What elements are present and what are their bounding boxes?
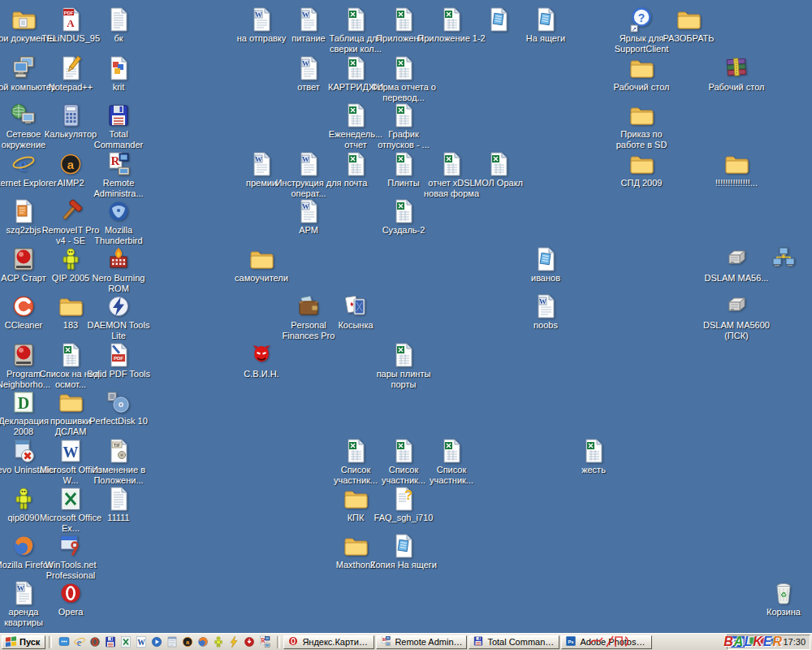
task-button[interactable]: Total Commander 7.04a ...	[469, 635, 559, 649]
language-indicator[interactable]: EN	[731, 636, 745, 648]
svg-text:W: W	[255, 155, 262, 163]
svg-text:W: W	[63, 444, 79, 461]
opera-classic-icon[interactable]	[89, 635, 102, 648]
excel-icon	[343, 55, 369, 81]
desktop-icon[interactable]: !!!!!!!!!!!!!!...	[702, 151, 771, 188]
desktop-icon[interactable]: Wnoobs	[512, 293, 580, 331]
desktop-icon[interactable]: РАЗОБРАТЬ	[654, 6, 723, 44]
cards-icon: ♦	[343, 293, 369, 319]
desktop-icon-label: Рабочий стол	[702, 82, 771, 93]
desktop-icon[interactable]: ♦Косынка	[322, 293, 390, 331]
doc-icon	[106, 486, 132, 512]
desktop-icon[interactable]: RRemote Administra...	[84, 151, 153, 198]
desktop-icon[interactable]: ♻Корзина	[749, 580, 812, 618]
desktop-icon[interactable]: жесть	[559, 438, 628, 475]
internet-explorer-icon[interactable]: e	[73, 635, 86, 648]
desktop-icon[interactable]: С.В.И.Н.	[227, 342, 296, 379]
desktop-icon[interactable]: Список участник...	[417, 438, 486, 485]
folder-icon	[628, 55, 654, 81]
folder-icon	[248, 246, 274, 272]
qip-icon[interactable]	[212, 635, 225, 648]
desktop-icon[interactable]: WinTools.net Professional	[37, 533, 105, 580]
desktop-icon[interactable]: самоучители	[227, 246, 296, 284]
desktop-icon[interactable]: Приказ по работе в SD	[607, 102, 676, 150]
desktop-icon[interactable]: СПД 2009	[607, 151, 676, 188]
svg-text:W: W	[302, 155, 309, 163]
desktop-icon[interactable]: TIFИзменение в Положени...	[84, 438, 153, 485]
start-button[interactable]: Пуск	[2, 635, 45, 649]
opera-icon	[287, 635, 299, 648]
desktop-icon[interactable]: PerfectDisk 10	[84, 389, 153, 427]
desktop-icon[interactable]: krit	[84, 55, 153, 93]
excel-icon	[581, 438, 607, 464]
desktop-icon[interactable]: На ящеги	[512, 6, 580, 44]
desktop-icon[interactable]: Рабочий стол	[607, 55, 676, 93]
firefox-icon[interactable]	[197, 635, 209, 648]
total-commander-icon[interactable]	[104, 635, 117, 648]
desktop-icon[interactable]: DAEMON Tools Lite	[84, 293, 153, 340]
desktop-icon[interactable]: пары плинты порты	[369, 342, 438, 389]
desktop-icon[interactable]: Total Commander	[84, 102, 153, 150]
server-icon	[723, 246, 749, 272]
desktop-icon[interactable]	[749, 246, 812, 273]
svg-text:♻: ♻	[780, 591, 787, 599]
desktop-icon-label: Список участник...	[417, 465, 486, 485]
tray-icons	[748, 635, 780, 649]
windows-logo-icon	[5, 635, 17, 648]
desktop-icon[interactable]: МОЛ Оракл	[464, 151, 533, 188]
desktop-icon-label: Суздаль-2	[369, 225, 438, 236]
server-icon	[723, 293, 749, 319]
download-red-icon[interactable]	[243, 635, 256, 648]
desktop-icon[interactable]: иванов	[512, 246, 580, 284]
radmin-icon[interactable]: R	[258, 635, 271, 648]
task-button-label: Total Commander 7.04a ...	[487, 637, 555, 647]
tray-blue-icon[interactable]	[769, 635, 780, 646]
task-button[interactable]: RRemote Administrator	[376, 635, 467, 649]
desktop-icon[interactable]: Рабочий стол	[702, 55, 771, 93]
task-buttons: Яндекс.Картинки: дж...RRemote Administra…	[283, 635, 652, 649]
desktop-icon-label: Total Commander	[84, 129, 153, 150]
excel-icon	[438, 438, 464, 464]
desktop-icon[interactable]: Суздаль-2	[369, 198, 438, 236]
desktop-icon[interactable]: Копия На ящеги	[369, 533, 438, 570]
desktop-icon[interactable]: 11111	[84, 486, 153, 523]
excel-icon	[391, 342, 417, 368]
svg-text:TIF: TIF	[114, 443, 121, 448]
tray-red-icon[interactable]	[758, 635, 769, 646]
pdf-icon: PDFA	[58, 6, 84, 32]
word-file-icon[interactable]: W	[135, 635, 148, 648]
messenger-icon[interactable]	[58, 635, 71, 648]
desktop-icon[interactable]: WАРМ	[274, 198, 343, 236]
svg-text:D: D	[18, 394, 29, 412]
thunderbird-icon	[106, 198, 132, 224]
desktop-icon-label: FAQ_sgh_i710	[369, 513, 438, 523]
svg-text:e: e	[77, 636, 82, 648]
task-button[interactable]: PsAdobe Photoshop CS3 E...	[561, 635, 652, 649]
desktop-icon-label: noobs	[512, 320, 580, 331]
svg-text:Ps: Ps	[568, 639, 574, 644]
task-button[interactable]: Яндекс.Картинки: дж...	[283, 635, 374, 649]
aimp-icon: a	[58, 151, 84, 177]
desktop-icon[interactable]: Nero Burning ROM	[84, 246, 153, 293]
desktop-icon[interactable]: Mozilla Thunderbird	[84, 198, 153, 245]
declaration-icon: D	[11, 389, 37, 415]
desktop-icon[interactable]: PDFSolid PDF Tools	[84, 342, 153, 379]
notes-icon[interactable]	[166, 635, 179, 648]
media-player-icon[interactable]	[150, 635, 163, 648]
revo-icon	[11, 438, 37, 464]
excel-icon	[343, 438, 369, 464]
excel-icon	[343, 6, 369, 32]
daemon-icon	[106, 293, 132, 319]
desktop-icon[interactable]: ?FAQ_sgh_i710	[369, 486, 438, 523]
download-master-icon[interactable]	[227, 635, 240, 648]
folder-icon	[58, 293, 84, 319]
desktop-icon[interactable]: DSLAM MA5600 (ПСК)	[702, 293, 771, 340]
desktop-icon[interactable]: Форма отчета о перевод...	[369, 55, 438, 102]
aimp-icon[interactable]: a	[181, 635, 194, 648]
desktop-icon[interactable]: Opera	[37, 580, 105, 618]
excel-file-icon[interactable]	[119, 635, 132, 648]
tray-green-icon[interactable]	[748, 635, 758, 646]
desktop-icon-label: СПД 2009	[607, 178, 676, 188]
desktop-icon[interactable]: График отпусков - ...	[369, 102, 438, 150]
desktop-icon[interactable]: бк	[84, 6, 153, 44]
